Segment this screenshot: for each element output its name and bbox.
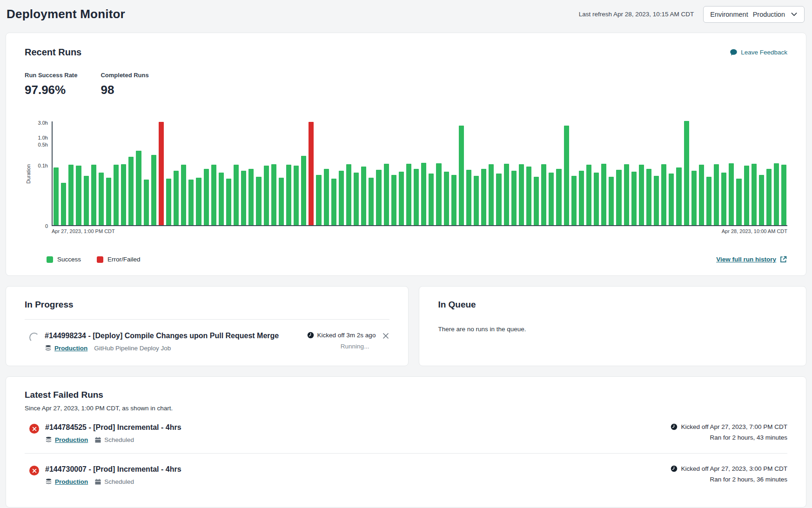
success-run-bar[interactable]: [226, 179, 231, 225]
success-run-bar[interactable]: [406, 164, 411, 225]
success-run-bar[interactable]: [339, 171, 344, 225]
success-run-bar[interactable]: [128, 157, 134, 225]
success-run-bar[interactable]: [601, 164, 606, 225]
success-run-bar[interactable]: [294, 166, 299, 225]
environment-selector[interactable]: Environment Production: [703, 6, 805, 23]
success-run-bar[interactable]: [504, 164, 509, 225]
success-run-bar[interactable]: [676, 167, 681, 225]
success-run-bar[interactable]: [121, 164, 126, 225]
success-run-bar[interactable]: [474, 176, 479, 225]
success-run-bar[interactable]: [106, 178, 111, 225]
success-run-bar[interactable]: [774, 163, 779, 225]
success-run-bar[interactable]: [248, 169, 254, 225]
success-run-bar[interactable]: [421, 163, 426, 225]
success-run-bar[interactable]: [736, 179, 741, 225]
success-run-bar[interactable]: [264, 166, 269, 225]
success-run-bar[interactable]: [144, 180, 149, 225]
success-run-bar[interactable]: [54, 167, 59, 225]
success-run-bar[interactable]: [451, 175, 456, 225]
success-run-bar[interactable]: [489, 164, 494, 225]
success-run-bar[interactable]: [204, 169, 209, 225]
success-run-bar[interactable]: [391, 175, 396, 225]
success-run-bar[interactable]: [549, 173, 554, 225]
success-run-bar[interactable]: [759, 175, 764, 225]
success-run-bar[interactable]: [331, 179, 336, 225]
success-run-bar[interactable]: [354, 173, 359, 225]
success-run-bar[interactable]: [76, 166, 81, 225]
success-run-bar[interactable]: [661, 164, 666, 225]
success-run-bar[interactable]: [61, 183, 66, 225]
success-run-bar[interactable]: [174, 171, 179, 225]
success-run-bar[interactable]: [699, 165, 704, 225]
success-run-bar[interactable]: [316, 175, 321, 225]
success-run-bar[interactable]: [526, 167, 531, 225]
success-run-bar[interactable]: [324, 169, 329, 225]
success-run-bar[interactable]: [556, 169, 561, 225]
close-icon[interactable]: [382, 332, 389, 340]
success-run-bar[interactable]: [752, 164, 757, 225]
success-run-bar[interactable]: [519, 164, 524, 225]
success-run-bar[interactable]: [766, 169, 772, 225]
success-run-bar[interactable]: [241, 171, 246, 225]
success-run-bar[interactable]: [219, 173, 224, 225]
success-run-bar[interactable]: [346, 164, 351, 225]
leave-feedback-link[interactable]: Leave Feedback: [730, 48, 787, 56]
success-run-bar[interactable]: [436, 163, 441, 225]
success-run-bar[interactable]: [279, 178, 284, 225]
success-run-bar[interactable]: [511, 171, 517, 225]
success-run-bar[interactable]: [384, 164, 389, 225]
success-run-bar[interactable]: [669, 174, 674, 225]
success-run-bar[interactable]: [466, 170, 471, 225]
success-run-bar[interactable]: [99, 173, 104, 225]
environment-link[interactable]: Production: [54, 345, 87, 352]
success-run-bar[interactable]: [729, 163, 734, 225]
success-run-bar[interactable]: [706, 177, 711, 225]
success-run-bar[interactable]: [369, 178, 374, 225]
failed-run-bar[interactable]: [309, 122, 314, 225]
success-run-bar[interactable]: [721, 173, 726, 225]
failed-run-bar[interactable]: [159, 122, 164, 225]
success-run-bar[interactable]: [691, 171, 697, 225]
success-run-bar[interactable]: [631, 172, 637, 225]
success-run-bar[interactable]: [564, 126, 569, 225]
success-run-bar[interactable]: [376, 170, 381, 225]
success-run-bar[interactable]: [399, 172, 404, 225]
success-run-bar[interactable]: [196, 178, 201, 225]
success-run-bar[interactable]: [114, 165, 119, 225]
success-run-bar[interactable]: [496, 174, 501, 225]
success-run-bar[interactable]: [271, 164, 276, 225]
success-run-bar[interactable]: [181, 165, 186, 225]
success-run-bar[interactable]: [481, 169, 486, 225]
success-run-bar[interactable]: [166, 179, 171, 225]
success-run-bar[interactable]: [586, 165, 591, 225]
success-run-bar[interactable]: [286, 165, 291, 225]
success-run-bar[interactable]: [609, 177, 614, 225]
success-run-bar[interactable]: [534, 177, 539, 225]
success-run-bar[interactable]: [744, 166, 749, 225]
success-run-bar[interactable]: [541, 164, 546, 225]
environment-link[interactable]: Production: [55, 436, 88, 443]
success-run-bar[interactable]: [714, 164, 719, 225]
success-run-bar[interactable]: [654, 176, 659, 225]
success-run-bar[interactable]: [91, 165, 96, 225]
environment-link[interactable]: Production: [55, 478, 88, 485]
success-run-bar[interactable]: [151, 155, 156, 225]
success-run-bar[interactable]: [459, 126, 464, 225]
success-run-bar[interactable]: [579, 171, 584, 225]
success-run-bar[interactable]: [301, 156, 306, 225]
success-run-bar[interactable]: [361, 167, 366, 225]
success-run-bar[interactable]: [444, 172, 449, 225]
success-run-bar[interactable]: [84, 176, 89, 225]
success-run-bar[interactable]: [429, 174, 434, 225]
success-run-bar[interactable]: [571, 176, 577, 225]
success-run-bar[interactable]: [781, 165, 786, 225]
success-run-bar[interactable]: [188, 180, 194, 225]
success-run-bar[interactable]: [639, 165, 644, 225]
success-run-bar[interactable]: [211, 165, 216, 225]
success-run-bar[interactable]: [624, 164, 629, 225]
success-run-bar[interactable]: [616, 170, 621, 225]
success-run-bar[interactable]: [256, 177, 261, 225]
success-run-bar[interactable]: [594, 173, 599, 225]
success-run-bar[interactable]: [136, 151, 141, 225]
success-run-bar[interactable]: [414, 169, 419, 225]
